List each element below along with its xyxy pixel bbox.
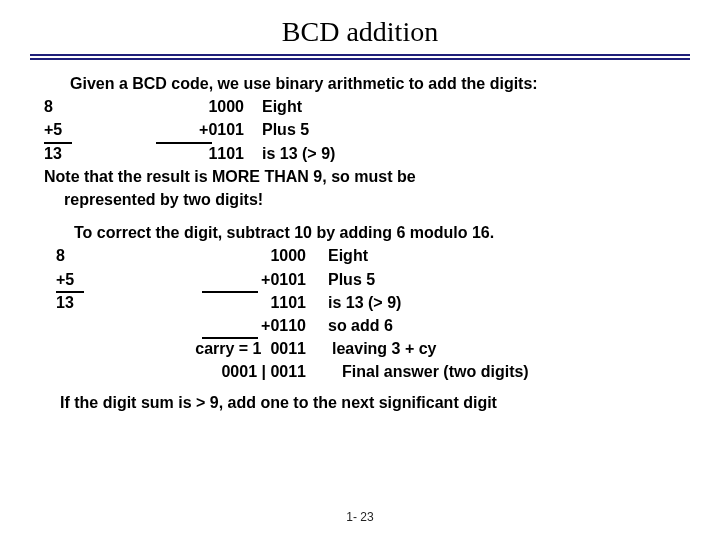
b2-row4: +0110 so add 6 bbox=[30, 314, 690, 337]
b2-r4-bin: +0110 bbox=[116, 314, 328, 337]
b2-row3: 13 1101 is 13 (> 9) bbox=[30, 291, 690, 314]
closing: If the digit sum is > 9, add one to the … bbox=[30, 391, 690, 414]
b2-row5: carry = 1 0011 leaving 3 + cy bbox=[30, 337, 690, 360]
intro-2: To correct the digit, subtract 10 by add… bbox=[30, 221, 690, 244]
b1-row1: 8 1000 Eight bbox=[30, 95, 690, 118]
slide-footer: 1- 23 bbox=[0, 510, 720, 524]
b2-r3-dec: 13 bbox=[30, 291, 116, 314]
title-rule bbox=[30, 54, 690, 60]
b1-r1-bin: 1000 bbox=[104, 95, 262, 118]
intro-1: Given a BCD code, we use binary arithmet… bbox=[30, 72, 690, 95]
b2-row2: +5 +0101 Plus 5 bbox=[30, 268, 690, 291]
b1-r2-bin: +0101 bbox=[104, 118, 262, 141]
b2-r6-bin: 0001 | 0011 bbox=[116, 360, 328, 383]
b2-r1-desc: Eight bbox=[328, 244, 690, 267]
b1-r3-desc: is 13 (> 9) bbox=[262, 142, 690, 165]
b2-row1: 8 1000 Eight bbox=[30, 244, 690, 267]
b2-r3-bin: 1101 bbox=[116, 291, 328, 314]
slide-title: BCD addition bbox=[30, 16, 690, 48]
note-1b: represented by two digits! bbox=[30, 188, 690, 211]
b1-row3: 13 1101 is 13 (> 9) bbox=[30, 142, 690, 165]
b2-r3-desc: is 13 (> 9) bbox=[328, 291, 690, 314]
b2-r4-desc: so add 6 bbox=[328, 314, 690, 337]
b2-r1-dec: 8 bbox=[30, 244, 116, 267]
content: Given a BCD code, we use binary arithmet… bbox=[30, 72, 690, 415]
b1-r2-dec: +5 bbox=[30, 118, 104, 141]
b1-row2: +5 +0101 Plus 5 bbox=[30, 118, 690, 141]
b2-r6-desc: Final answer (two digits) bbox=[328, 360, 690, 383]
b1-r2-desc: Plus 5 bbox=[262, 118, 690, 141]
b2-row6: 0001 | 0011 Final answer (two digits) bbox=[30, 360, 690, 383]
b2-r5-desc: leaving 3 + cy bbox=[328, 337, 690, 360]
b2-r5-bin: carry = 1 0011 bbox=[116, 337, 328, 360]
b2-r2-desc: Plus 5 bbox=[328, 268, 690, 291]
note-1a: Note that the result is MORE THAN 9, so … bbox=[30, 165, 690, 188]
b1-r1-dec: 8 bbox=[30, 95, 104, 118]
b1-r3-dec: 13 bbox=[30, 142, 104, 165]
b1-r1-desc: Eight bbox=[262, 95, 690, 118]
b2-r2-bin: +0101 bbox=[116, 268, 328, 291]
b2-r2-dec: +5 bbox=[30, 268, 116, 291]
b1-r3-bin: 1101 bbox=[104, 142, 262, 165]
b2-r1-bin: 1000 bbox=[116, 244, 328, 267]
slide: BCD addition Given a BCD code, we use bi… bbox=[0, 0, 720, 540]
